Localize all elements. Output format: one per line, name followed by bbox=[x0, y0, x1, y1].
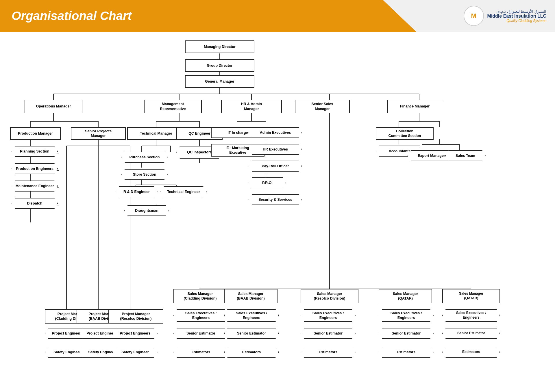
production-manager-node: Production Manager bbox=[10, 127, 61, 140]
security-services-node: Security & Services bbox=[249, 194, 302, 205]
page-title: Organisational Chart bbox=[12, 9, 132, 23]
se-resolco-node: Safety Engineer bbox=[113, 347, 158, 358]
org-chart: Managing Director Group Director General… bbox=[9, 38, 546, 392]
exec-qatar2-node: Sales Executives /Engineers bbox=[442, 309, 500, 322]
chart-area: Managing Director Group Director General… bbox=[0, 32, 555, 392]
finance-manager-node: Finance Manager bbox=[387, 100, 442, 113]
logo-icon: M bbox=[464, 6, 484, 26]
draughtsman-node: Draughtsman bbox=[124, 205, 169, 216]
sm-cladding-node: Sales Manager (Cladding Division) bbox=[173, 289, 227, 303]
payroll-officer-node: Pay-Roll Officer bbox=[249, 161, 302, 172]
est-senior-baab-node: Senior Estimator bbox=[224, 328, 279, 339]
sm-qatar2-node: Sales Manager(QATAR) bbox=[442, 289, 500, 303]
planning-section-node: Planning Section bbox=[12, 146, 58, 157]
technical-engineer-node: Technical Engineer bbox=[160, 186, 207, 197]
est-senior-cladding-node: Senior Estimator bbox=[173, 328, 228, 339]
general-manager-node: General Manager bbox=[185, 75, 254, 88]
pe-resolco-node: Project Engineers bbox=[113, 328, 158, 339]
dispatch-node: Dispatch bbox=[12, 198, 58, 209]
sm-qatar-node: Sales Manager (QATAR) bbox=[379, 289, 432, 303]
rd-engineer-node: R & D Engineer bbox=[116, 186, 158, 197]
sm-baab-node: Sales Manager (BAAB Division) bbox=[224, 289, 278, 303]
sales-team-node: Sales Team bbox=[445, 150, 486, 161]
estimators-qatar-node: Estimators bbox=[379, 347, 434, 358]
collection-committee-node: Collection Committee Section bbox=[376, 127, 434, 140]
senior-sales-manager-node: Senior Sales Manager bbox=[295, 100, 350, 113]
group-director-node: Group Director bbox=[185, 59, 254, 72]
hr-admin-manager-node: HR & Admin Manager bbox=[221, 100, 282, 113]
pro-node: P.R.O. bbox=[249, 177, 286, 188]
production-engineers-node: Production Engineers bbox=[12, 163, 58, 174]
estimators-resolco-node: Estimators bbox=[301, 347, 356, 358]
admin-executives-node: Admin Executives bbox=[249, 127, 302, 138]
est-senior-qatar-node: Senior Estimator bbox=[379, 328, 434, 339]
estimators-qatar2-node: Estimators bbox=[442, 347, 500, 358]
senior-projects-manager-node: Senior Projects Manager bbox=[71, 127, 126, 140]
estimators-cladding-node: Estimators bbox=[173, 347, 228, 358]
maintenance-engineer-node: Maintenance Engineer bbox=[12, 181, 58, 192]
pm-resolco-node: Project Manager (Resolco Division) bbox=[108, 309, 163, 324]
purchase-section-node: Purchase Section bbox=[121, 152, 168, 163]
company-name: الشـرق الأوسـط للعـوازل ذ.م.م. Middle Ea… bbox=[487, 9, 546, 23]
sm-resolco-node: Sales Manager (Resolco Division) bbox=[301, 289, 358, 303]
store-section-node: Store Section bbox=[121, 169, 168, 180]
est-senior-resolco-node: Senior Estimator bbox=[301, 328, 356, 339]
managing-director-node: Managing Director bbox=[185, 40, 254, 53]
exec-resolco-node: Sales Executives / Engineers bbox=[301, 309, 356, 322]
company-logo: M الشـرق الأوسـط للعـوازل ذ.م.م. Middle … bbox=[464, 6, 546, 26]
exec-cladding-node: Sales Executives / Engineers bbox=[173, 309, 228, 322]
hr-executives-node: HR Executives bbox=[249, 144, 302, 155]
header: Organisational Chart M الشـرق الأوسـط لل… bbox=[0, 0, 555, 32]
est-senior-qatar2-node: Senior Estimator bbox=[442, 328, 500, 339]
exec-baab-node: Sales Executives / Engineers bbox=[224, 309, 279, 322]
estimators-baab-node: Estimators bbox=[224, 347, 279, 358]
management-rep-node: Management Representative bbox=[144, 100, 202, 113]
exec-qatar-node: Sales Executives / Engineers bbox=[379, 309, 434, 322]
operations-manager-node: Operations Manager bbox=[25, 100, 82, 113]
